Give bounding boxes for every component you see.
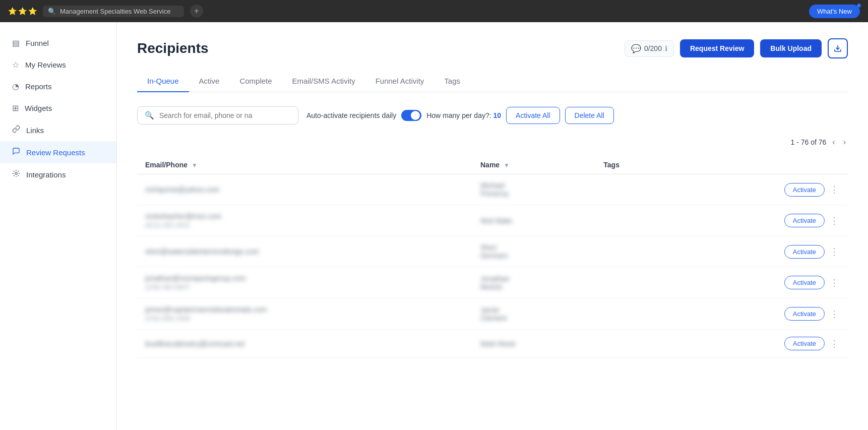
- review-requests-icon: [12, 147, 20, 157]
- table-row: jonathan@monsportsgroup.com (239) 560-86…: [137, 267, 848, 298]
- reports-icon: ◔: [12, 82, 19, 91]
- per-day-label: How many per day?: 10: [426, 111, 501, 119]
- star-icon: ☆: [12, 60, 19, 70]
- col-name[interactable]: Name ▼: [472, 156, 595, 174]
- search-input-wrap[interactable]: 🔍: [137, 106, 298, 125]
- msg-count-badge: 💬 0/200 ℹ: [625, 40, 674, 57]
- page-header: Recipients 💬 0/200 ℹ Request Review Bulk…: [137, 38, 848, 58]
- tags-cell: [595, 205, 673, 236]
- request-review-button[interactable]: Request Review: [680, 39, 754, 57]
- name-cell: MichaelPomeroy: [472, 174, 595, 205]
- delete-all-button[interactable]: Delete All: [565, 107, 614, 124]
- per-day-value: 10: [493, 111, 502, 119]
- activate-button[interactable]: Activate: [784, 214, 825, 227]
- actions-cell: Activate ⋮: [673, 330, 848, 358]
- more-options-button[interactable]: ⋮: [829, 308, 840, 321]
- actions-cell: Activate ⋮: [673, 267, 848, 298]
- toggle-knob: [411, 111, 420, 120]
- auto-activate-label: Auto-activate recipients daily: [306, 111, 396, 119]
- app-body: ▤ Funnel ☆ My Reviews ◔ Reports ⊞ Widget…: [0, 22, 868, 430]
- activate-button[interactable]: Activate: [784, 245, 825, 259]
- activate-button[interactable]: Activate: [784, 183, 825, 197]
- msg-count: 0/200: [644, 44, 662, 52]
- sidebar-item-reports[interactable]: ◔ Reports: [0, 76, 116, 97]
- col-tags: Tags: [595, 156, 673, 174]
- email-value: james@captainmannisboatrentals.com (239)…: [145, 305, 464, 322]
- more-options-button[interactable]: ⋮: [829, 245, 840, 258]
- name-cell: JamieClement: [472, 298, 595, 330]
- sidebar-item-integrations[interactable]: Integrations: [0, 163, 116, 186]
- tags-cell: [595, 298, 673, 330]
- table-row: nickerbacher@msn.com (813) 300-4401 Nick…: [137, 205, 848, 236]
- name-cell: SheriGennaro: [472, 236, 595, 267]
- integrations-icon: [12, 169, 20, 179]
- tab-email-sms[interactable]: Email/SMS Activity: [282, 71, 365, 92]
- table-row: sheri@watersideinteriorsdesign.com Sheri…: [137, 236, 848, 267]
- more-options-button[interactable]: ⋮: [829, 276, 840, 289]
- activate-button[interactable]: Activate: [784, 307, 825, 321]
- svg-point-0: [15, 172, 17, 174]
- sidebar-item-my-reviews[interactable]: ☆ My Reviews: [0, 54, 116, 76]
- col-email-phone[interactable]: Email/Phone ▼: [137, 156, 472, 174]
- tab-tags[interactable]: Tags: [434, 71, 470, 92]
- pagination-text: 1 - 76 of 76: [791, 138, 827, 146]
- download-button[interactable]: [828, 38, 848, 58]
- sidebar-label-funnel: Funnel: [26, 39, 49, 47]
- whats-new-label: What's New: [817, 8, 852, 15]
- widgets-icon: ⊞: [12, 103, 19, 113]
- tab-funnel[interactable]: Funnel Activity: [365, 71, 435, 92]
- email-cell: michpome@yahoo.com: [137, 174, 472, 205]
- sort-arrow-name: ▼: [504, 162, 510, 169]
- add-tab-button[interactable]: +: [190, 5, 203, 18]
- activate-button[interactable]: Activate: [784, 337, 825, 350]
- auto-activate-section: Auto-activate recipients daily How many …: [306, 107, 614, 124]
- pagination: 1 - 76 of 76 ‹ ›: [137, 137, 848, 148]
- actions-cell: Activate ⋮: [673, 236, 848, 267]
- search-input[interactable]: [159, 111, 291, 119]
- sidebar-item-funnel[interactable]: ▤ Funnel: [0, 32, 116, 54]
- tab-active[interactable]: Active: [189, 71, 230, 92]
- sort-arrow-email: ▼: [192, 162, 198, 169]
- search-input-topbar[interactable]: [60, 8, 171, 15]
- sidebar-item-links[interactable]: Links: [0, 119, 116, 141]
- logo: ⭐ ⭐ ⭐: [8, 7, 37, 15]
- search-bar[interactable]: 🔍: [43, 6, 184, 17]
- sidebar-item-review-requests[interactable]: Review Requests: [0, 141, 116, 163]
- logo-star3: ⭐: [28, 7, 37, 15]
- tags-cell: [595, 174, 673, 205]
- table-row: levellinecabinetry@comcast.net Mark Reed…: [137, 330, 848, 358]
- sidebar: ▤ Funnel ☆ My Reviews ◔ Reports ⊞ Widget…: [0, 22, 117, 430]
- tags-cell: [595, 236, 673, 267]
- activate-button[interactable]: Activate: [784, 276, 825, 289]
- actions-cell: Activate ⋮: [673, 205, 848, 236]
- whats-new-dot: [857, 4, 861, 8]
- bulk-upload-button[interactable]: Bulk Upload: [760, 39, 822, 57]
- topbar-left: ⭐ ⭐ ⭐ 🔍 +: [8, 5, 203, 18]
- email-cell: levellinecabinetry@comcast.net: [137, 330, 472, 358]
- sidebar-item-widgets[interactable]: ⊞ Widgets: [0, 97, 116, 119]
- main-content: Recipients 💬 0/200 ℹ Request Review Bulk…: [117, 22, 868, 430]
- more-options-button[interactable]: ⋮: [829, 183, 840, 196]
- email-cell: sheri@watersideinteriorsdesign.com: [137, 236, 472, 267]
- next-page-button[interactable]: ›: [841, 137, 848, 148]
- email-cell: nickerbacher@msn.com (813) 300-4401: [137, 205, 472, 236]
- table-row: james@captainmannisboatrentals.com (239)…: [137, 298, 848, 330]
- info-icon[interactable]: ℹ: [665, 44, 667, 52]
- email-value: nickerbacher@msn.com (813) 300-4401: [145, 212, 464, 229]
- prev-page-button[interactable]: ‹: [830, 137, 837, 148]
- whats-new-button[interactable]: What's New: [809, 5, 860, 18]
- name-cell: JonathanMorton: [472, 267, 595, 298]
- activate-all-button[interactable]: Activate All: [506, 107, 560, 124]
- links-icon: [12, 125, 20, 135]
- email-cell: jonathan@monsportsgroup.com (239) 560-86…: [137, 267, 472, 298]
- auto-activate-toggle[interactable]: [401, 110, 421, 121]
- sidebar-label-review-requests: Review Requests: [26, 148, 85, 157]
- data-table: Email/Phone ▼ Name ▼ Tags michpome@yahoo…: [137, 156, 848, 358]
- email-value: jonathan@monsportsgroup.com (239) 560-86…: [145, 274, 464, 291]
- more-options-button[interactable]: ⋮: [829, 214, 840, 227]
- tab-in-queue[interactable]: In-Queue: [137, 71, 189, 92]
- logo-star1: ⭐: [8, 7, 17, 15]
- tab-complete[interactable]: Complete: [229, 71, 282, 92]
- more-options-button[interactable]: ⋮: [829, 337, 840, 350]
- email-value: michpome@yahoo.com: [145, 186, 464, 194]
